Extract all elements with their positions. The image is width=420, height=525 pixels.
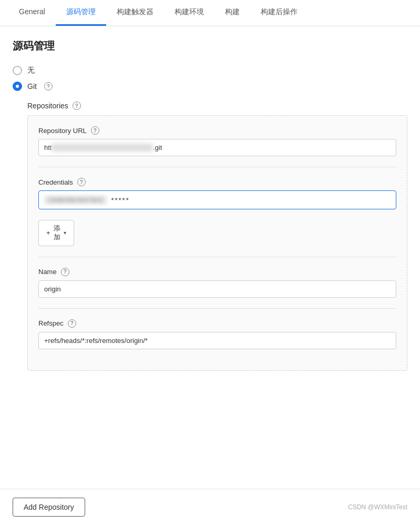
credentials-group: Credentials ? credential-text-here *****: [38, 178, 396, 209]
name-help-icon[interactable]: ?: [61, 268, 69, 276]
repo-url-label-text: Repository URL: [38, 127, 87, 135]
add-credentials-button[interactable]: + 添 加 ▾: [38, 220, 74, 246]
refspec-group: Refspec ?: [38, 319, 396, 349]
chevron-down-icon: ▾: [64, 230, 66, 236]
credentials-chip: credential-text-here: [44, 195, 107, 205]
repositories-help-icon[interactable]: ?: [73, 102, 81, 110]
repo-url-display[interactable]: htt●●●●●●●●●●●●●●●●●●●●●●●●.git: [38, 139, 396, 156]
tab-post-build[interactable]: 构建后操作: [250, 0, 308, 26]
refspec-label-text: Refspec: [38, 319, 64, 327]
radio-group: 无 Git ?: [13, 66, 407, 91]
refspec-label: Refspec ?: [38, 319, 396, 328]
repo-url-prefix: htt: [44, 144, 52, 152]
refspec-help-icon[interactable]: ?: [68, 319, 76, 328]
add-line1: 添: [54, 224, 60, 233]
git-help-icon[interactable]: ?: [44, 82, 53, 90]
name-group: Name ?: [38, 268, 396, 298]
name-divider: [38, 308, 396, 309]
add-btn-text: 添 加: [54, 224, 60, 242]
radio-none-circle: [13, 66, 22, 75]
name-label: Name ?: [38, 268, 396, 276]
repo-url-blurred: ●●●●●●●●●●●●●●●●●●●●●●●●: [52, 144, 152, 152]
repositories-label-text: Repositories: [27, 102, 68, 110]
watermark: CSDN @WXMiniTest: [348, 503, 407, 511]
tab-build-trigger[interactable]: 构建触发器: [106, 0, 164, 26]
name-label-text: Name: [38, 268, 57, 276]
add-icon: +: [46, 229, 50, 237]
radio-none[interactable]: 无: [13, 66, 407, 75]
refspec-input[interactable]: [38, 332, 396, 349]
radio-git-circle: [13, 82, 22, 91]
repo-url-group: Repository URL ? htt●●●●●●●●●●●●●●●●●●●●…: [38, 126, 396, 156]
tab-build-env[interactable]: 构建环境: [164, 0, 214, 26]
repo-url-help-icon[interactable]: ?: [91, 126, 99, 135]
add-line2: 加: [54, 233, 60, 242]
radio-git[interactable]: Git ?: [13, 82, 407, 91]
credentials-label: Credentials ?: [38, 178, 396, 186]
page-content: 源码管理 无 Git ? Repositories ? Repository U…: [0, 26, 420, 413]
credentials-divider: [38, 257, 396, 257]
repository-box: Repository URL ? htt●●●●●●●●●●●●●●●●●●●●…: [27, 115, 407, 371]
page-title: 源码管理: [13, 39, 407, 53]
repo-url-label: Repository URL ?: [38, 126, 396, 135]
tab-build[interactable]: 构建: [214, 0, 250, 26]
credentials-field[interactable]: credential-text-here *****: [38, 190, 396, 209]
page-footer: Add Repository CSDN @WXMiniTest: [0, 489, 420, 525]
radio-none-label: 无: [27, 66, 35, 75]
credentials-help-icon[interactable]: ?: [77, 178, 86, 186]
tab-source-management[interactable]: 源码管理: [56, 0, 106, 26]
credentials-label-text: Credentials: [38, 178, 73, 186]
nav-tabs: General 源码管理 构建触发器 构建环境 构建 构建后操作: [0, 0, 420, 26]
name-input[interactable]: [38, 280, 396, 298]
add-repository-button[interactable]: Add Repository: [13, 498, 85, 517]
tab-general[interactable]: General: [8, 0, 56, 26]
credentials-stars: *****: [111, 196, 129, 204]
repositories-section-label: Repositories ?: [27, 102, 407, 110]
url-divider: [38, 167, 396, 167]
radio-git-label: Git: [27, 82, 37, 90]
repo-url-suffix: .git: [153, 144, 162, 152]
